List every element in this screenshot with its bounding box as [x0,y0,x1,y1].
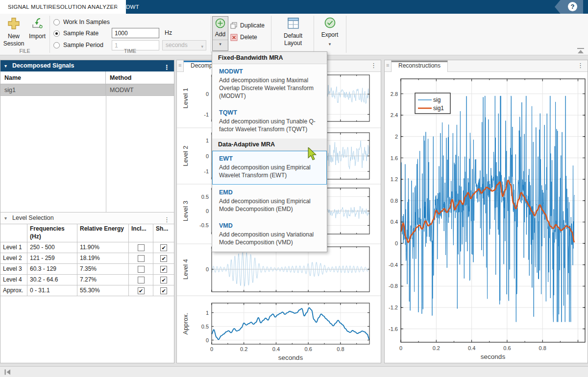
reconstructions-plot: 2.82.421.61.20.80.40-0.4-0.8-1.2-1.600.2… [385,72,588,366]
radio-icon[interactable] [53,19,60,25]
collapse-toolstrip-icon[interactable] [576,47,585,54]
column-show[interactable]: Sh... [153,224,174,242]
delete-icon [230,34,238,41]
show-checkbox[interactable]: ✔ [160,287,167,294]
show-checkbox[interactable]: ✔ [160,266,167,273]
collapse-left-panel-icon[interactable] [4,369,11,376]
svg-text:0: 0 [206,266,209,272]
chevron-down-icon: ▾ [213,40,228,47]
svg-text:0: 0 [206,208,209,214]
table-row-level2[interactable]: Level 2 121 - 259 18.19% ✔ [0,253,174,264]
frequencies-cell: 0 - 31.1 [27,285,77,296]
show-cell[interactable]: ✔ [153,285,174,296]
panel-drag-handle-icon[interactable]: ≡ [178,62,181,68]
column-frequencies[interactable]: Frequencies (Hz) [27,224,77,242]
include-cell[interactable] [129,253,153,263]
collapse-icon[interactable]: ▾ [4,212,7,224]
reconstructions-tabbar: ≡ Reconstructions ⋮ [385,60,588,72]
add-circle-plus-icon [215,18,225,28]
show-cell[interactable]: ✔ [153,253,174,263]
delete-label: Delete [240,34,257,41]
include-cell[interactable] [129,242,153,253]
table-row-level1[interactable]: Level 1 250 - 500 11.90% ✔ [0,242,174,253]
signal-method-cell[interactable]: MODWT [106,84,174,95]
add-split-button[interactable]: Add ▾ [212,16,228,51]
section-separator [49,16,50,53]
svg-text:0.6: 0.6 [503,345,511,351]
include-cell[interactable] [129,264,153,274]
sample-rate-input[interactable] [112,28,159,38]
svg-text:0.8: 0.8 [337,346,344,352]
column-relative-energy[interactable]: Relative Energy [77,224,129,242]
menu-item-emd[interactable]: EMD Add decomposition using Empirical Mo… [212,185,327,218]
tab-modwt[interactable]: MODWT [99,0,157,14]
table-row-level3[interactable]: Level 3 60.3 - 129 7.35% ✔ [0,264,174,275]
menu-item-vmd[interactable]: VMD Add decomposition using Variational … [212,218,327,252]
delete-button[interactable]: Delete [230,32,257,43]
overflow-menu-icon[interactable]: ⋮ [577,62,584,69]
show-cell[interactable]: ✔ [153,242,174,253]
sample-rate-radio[interactable]: Sample Rate [53,29,98,38]
menu-item-description: Add decomposition using Tunable Q-factor… [219,118,320,134]
include-checkbox[interactable] [138,277,145,283]
panel-drag-handle-icon[interactable]: ≡ [386,62,389,68]
svg-text:Level 4: Level 4 [182,259,189,280]
svg-text:Level 1: Level 1 [182,88,189,109]
row-label: Level 1 [0,242,27,253]
svg-text:Level 2: Level 2 [182,146,189,166]
svg-text:seconds: seconds [481,353,506,360]
overflow-menu-icon[interactable]: ⋮ [370,62,377,69]
left-panel: ▾ Decomposed Signals ⋮ Name Method sig1 … [0,60,174,363]
svg-text:seconds: seconds [278,354,303,361]
energy-cell: 55.30% [77,285,129,296]
radio-icon[interactable] [53,42,60,48]
collapse-icon[interactable]: ▾ [4,60,7,71]
svg-text:0.4: 0.4 [391,219,398,225]
radio-icon[interactable] [53,30,60,37]
table-row-level4[interactable]: Level 4 30.2 - 64.6 7.27% ✔ [0,275,174,285]
include-checkbox[interactable] [138,266,145,273]
decomposed-signals-header[interactable]: ▾ Decomposed Signals ⋮ [0,60,174,71]
new-session-label: New Session [2,33,25,47]
table-row-sig1[interactable]: sig1 MODWT [0,84,174,96]
column-name[interactable]: Name [0,71,106,84]
level-selection-column-header: Frequencies (Hz) Relative Energy Incl...… [0,224,174,242]
include-checkbox[interactable] [138,255,145,262]
help-button[interactable]: ? [555,0,583,14]
work-in-samples-radio[interactable]: Work In Samples [53,18,110,26]
show-checkbox[interactable]: ✔ [160,277,167,283]
export-button[interactable]: Export ▾ [315,17,345,47]
include-cell[interactable]: ✔ [129,285,153,296]
include-cell[interactable] [129,275,153,285]
titlebar: SIGNAL MULTIRESOLUTION ANALYZER MODWT ? [0,0,588,14]
import-button[interactable]: Import [26,17,49,40]
svg-text:1: 1 [206,138,209,143]
decomposed-signals-column-header: Name Method [0,71,174,84]
duplicate-button[interactable]: Duplicate [230,20,265,31]
frequencies-cell: 30.2 - 64.6 [27,275,77,285]
column-method[interactable]: Method [106,71,174,84]
import-label: Import [26,33,49,40]
svg-text:0.4: 0.4 [468,345,475,351]
signal-name-cell[interactable]: sig1 [0,84,106,95]
menu-item-modwt[interactable]: MODWT Add decomposition using Maximal Ov… [212,64,327,105]
include-checkbox[interactable] [138,244,145,251]
default-layout-button[interactable]: Default Layout [272,17,314,47]
column-include[interactable]: Incl... [129,224,153,242]
show-checkbox[interactable]: ✔ [160,255,167,262]
include-checkbox[interactable]: ✔ [138,287,145,294]
table-row-approx[interactable]: Approx. 0 - 31.1 55.30% ✔ ✔ [0,285,174,296]
level-selection-header[interactable]: ▾ Level Selection ⋮ [0,212,174,224]
show-cell[interactable]: ✔ [153,264,174,274]
menu-item-tqwt[interactable]: TQWT Add decomposition using Tunable Q-f… [212,105,327,139]
show-cell[interactable]: ✔ [153,275,174,285]
svg-text:sig: sig [433,96,441,103]
show-checkbox[interactable]: ✔ [160,244,167,251]
svg-text:2.4: 2.4 [391,112,398,118]
svg-text:2.8: 2.8 [391,91,398,97]
svg-text:1.6: 1.6 [391,155,398,161]
tab-reconstructions[interactable]: Reconstructions [391,60,448,72]
svg-text:-1.6: -1.6 [389,326,398,332]
new-session-button[interactable]: New Session [2,17,25,47]
export-check-icon [324,17,336,28]
